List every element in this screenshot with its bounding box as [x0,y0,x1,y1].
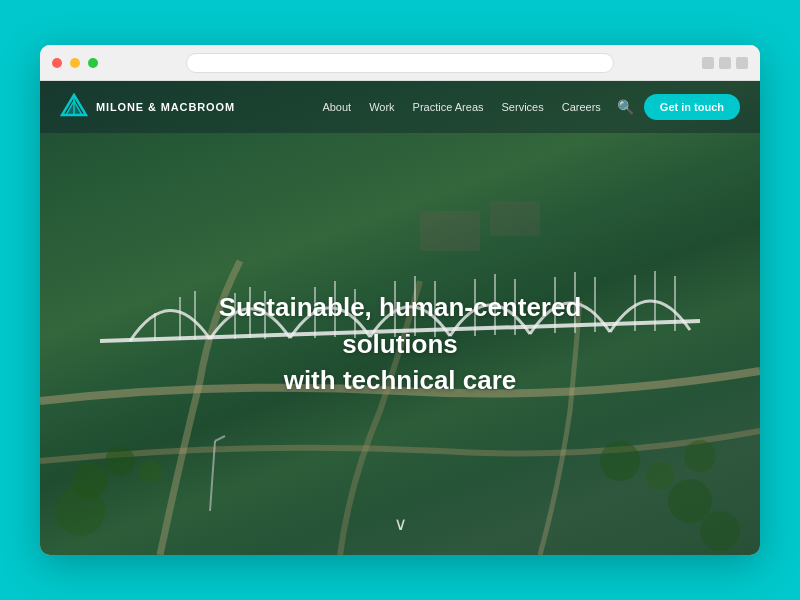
hero-headline-line2: with technical care [284,365,517,395]
search-icon[interactable]: 🔍 [617,99,634,115]
nav-careers[interactable]: Careers [562,101,601,113]
hero-headline-line1: Sustainable, human-centered solutions [219,292,582,358]
logo-area[interactable]: MILONE & MACBROOM [60,93,235,121]
browser-chrome [40,45,760,81]
nav-links: About Work Practice Areas Services Caree… [322,101,600,113]
scroll-down-indicator[interactable]: ∨ [394,513,407,535]
get-in-touch-button[interactable]: Get in touch [644,94,740,120]
hero-headline: Sustainable, human-centered solutions wi… [160,289,640,398]
browser-window: MILONE & MACBROOM About Work Practice Ar… [40,45,760,555]
nav-services[interactable]: Services [502,101,544,113]
address-bar[interactable] [186,53,614,73]
nav-work[interactable]: Work [369,101,394,113]
hero-text-area: Sustainable, human-centered solutions wi… [40,133,760,555]
traffic-light-red[interactable] [52,58,62,68]
site-content: MILONE & MACBROOM About Work Practice Ar… [40,81,760,555]
logo-icon [60,93,88,121]
traffic-light-yellow[interactable] [70,58,80,68]
navbar: MILONE & MACBROOM About Work Practice Ar… [40,81,760,133]
browser-maximize-icon [719,57,731,69]
nav-about[interactable]: About [322,101,351,113]
traffic-light-green[interactable] [88,58,98,68]
browser-minimize-icon [702,57,714,69]
logo-text: MILONE & MACBROOM [96,101,235,113]
nav-practice-areas[interactable]: Practice Areas [413,101,484,113]
browser-menu-icon [736,57,748,69]
